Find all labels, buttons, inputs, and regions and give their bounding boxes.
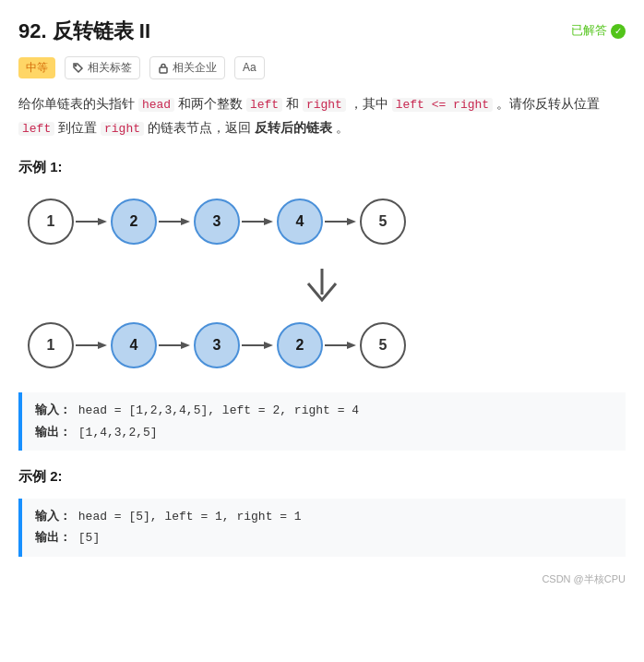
example2-io: 输入： head = [5], left = 1, right = 1 输出： … — [18, 499, 626, 557]
list-item: 2 — [277, 322, 323, 368]
arrow-right — [325, 214, 358, 229]
example1-input: 输入： head = [1,2,3,4,5], left = 2, right … — [35, 400, 613, 421]
list-item: 3 — [194, 322, 240, 368]
list-item: 1 — [28, 199, 74, 245]
arrow-right — [325, 338, 358, 353]
footer-credit: CSDN @半核CPU — [18, 572, 626, 588]
svg-rect-1 — [160, 67, 167, 73]
list-item: 5 — [360, 322, 406, 368]
example1-io: 输入： head = [1,2,3,4,5], left = 2, right … — [18, 392, 626, 451]
list-item: 2 — [111, 199, 157, 245]
svg-marker-3 — [98, 218, 107, 225]
down-arrow — [18, 261, 626, 313]
list-item: 4 — [111, 322, 157, 368]
list-item: 1 — [28, 322, 74, 368]
example1-output: 输出： [1,4,3,2,5] — [35, 422, 613, 443]
svg-marker-5 — [181, 218, 190, 225]
example1-diagram: 1 2 3 4 5 1 4 — [18, 189, 626, 378]
example2-output: 输出： [5] — [35, 527, 613, 548]
example1-title: 示例 1: — [18, 156, 626, 178]
list-before: 1 2 3 4 5 — [18, 189, 626, 254]
svg-point-0 — [75, 65, 76, 66]
arrow-right — [159, 214, 192, 229]
font-size-button[interactable]: Aa — [234, 56, 265, 79]
list-item: 5 — [360, 199, 406, 245]
arrow-right — [242, 214, 275, 229]
svg-marker-9 — [347, 218, 356, 225]
svg-marker-16 — [264, 342, 273, 349]
related-tags-button[interactable]: 相关标签 — [65, 56, 140, 79]
example2-input: 输入： head = [5], left = 1, right = 1 — [35, 506, 613, 527]
list-after: 1 4 3 2 5 — [18, 313, 626, 378]
check-icon: ✓ — [611, 24, 626, 39]
related-companies-button[interactable]: 相关企业 — [149, 56, 225, 79]
problem-title: 92. 反转链表 II — [18, 15, 150, 47]
arrow-right — [76, 338, 109, 353]
lock-icon — [158, 63, 169, 74]
svg-marker-7 — [264, 218, 273, 225]
example2-title: 示例 2: — [18, 465, 626, 487]
arrow-right — [242, 338, 275, 353]
tag-icon — [73, 63, 84, 74]
svg-marker-12 — [98, 342, 107, 349]
arrow-right — [159, 338, 192, 353]
svg-marker-18 — [347, 342, 356, 349]
difficulty-tag[interactable]: 中等 — [18, 57, 55, 78]
tags-row: 中等 相关标签 相关企业 Aa — [18, 56, 626, 79]
problem-description: 给你单链表的头指针 head 和两个整数 left 和 right ，其中 le… — [18, 92, 626, 139]
list-item: 4 — [277, 199, 323, 245]
arrow-right — [76, 214, 109, 229]
solved-badge: 已解答 ✓ — [571, 21, 626, 41]
list-item: 3 — [194, 199, 240, 245]
svg-marker-14 — [181, 342, 190, 349]
page-header: 92. 反转链表 II 已解答 ✓ — [18, 15, 626, 47]
